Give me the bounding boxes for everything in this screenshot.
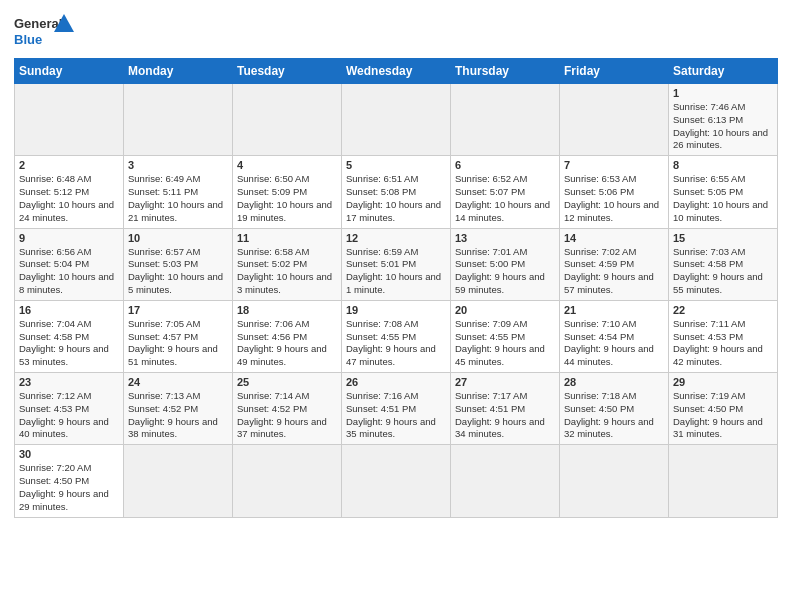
day-info: Sunrise: 6:52 AM Sunset: 5:07 PM Dayligh…: [455, 173, 555, 224]
day-info: Sunrise: 7:19 AM Sunset: 4:50 PM Dayligh…: [673, 390, 773, 441]
day-number: 28: [564, 376, 664, 388]
day-info: Sunrise: 6:55 AM Sunset: 5:05 PM Dayligh…: [673, 173, 773, 224]
calendar-day-header: Saturday: [669, 59, 778, 84]
calendar-week-row: 23Sunrise: 7:12 AM Sunset: 4:53 PM Dayli…: [15, 373, 778, 445]
calendar-day-cell: 16Sunrise: 7:04 AM Sunset: 4:58 PM Dayli…: [15, 300, 124, 372]
calendar-day-header: Wednesday: [342, 59, 451, 84]
day-number: 15: [673, 232, 773, 244]
calendar-day-cell: 12Sunrise: 6:59 AM Sunset: 5:01 PM Dayli…: [342, 228, 451, 300]
day-number: 16: [19, 304, 119, 316]
day-number: 23: [19, 376, 119, 388]
calendar-day-cell: 19Sunrise: 7:08 AM Sunset: 4:55 PM Dayli…: [342, 300, 451, 372]
calendar-day-cell: 1Sunrise: 7:46 AM Sunset: 6:13 PM Daylig…: [669, 84, 778, 156]
day-info: Sunrise: 6:50 AM Sunset: 5:09 PM Dayligh…: [237, 173, 337, 224]
calendar-day-cell: 4Sunrise: 6:50 AM Sunset: 5:09 PM Daylig…: [233, 156, 342, 228]
day-number: 6: [455, 159, 555, 171]
calendar-day-cell: 15Sunrise: 7:03 AM Sunset: 4:58 PM Dayli…: [669, 228, 778, 300]
day-info: Sunrise: 7:14 AM Sunset: 4:52 PM Dayligh…: [237, 390, 337, 441]
day-number: 27: [455, 376, 555, 388]
day-info: Sunrise: 6:49 AM Sunset: 5:11 PM Dayligh…: [128, 173, 228, 224]
calendar-day-cell: 26Sunrise: 7:16 AM Sunset: 4:51 PM Dayli…: [342, 373, 451, 445]
calendar-day-cell: [124, 84, 233, 156]
day-info: Sunrise: 7:05 AM Sunset: 4:57 PM Dayligh…: [128, 318, 228, 369]
day-number: 18: [237, 304, 337, 316]
calendar-day-cell: [451, 445, 560, 517]
calendar-day-cell: 23Sunrise: 7:12 AM Sunset: 4:53 PM Dayli…: [15, 373, 124, 445]
day-number: 3: [128, 159, 228, 171]
day-info: Sunrise: 7:02 AM Sunset: 4:59 PM Dayligh…: [564, 246, 664, 297]
day-info: Sunrise: 7:12 AM Sunset: 4:53 PM Dayligh…: [19, 390, 119, 441]
calendar-day-cell: 14Sunrise: 7:02 AM Sunset: 4:59 PM Dayli…: [560, 228, 669, 300]
svg-text:General: General: [14, 16, 62, 31]
calendar-day-cell: 10Sunrise: 6:57 AM Sunset: 5:03 PM Dayli…: [124, 228, 233, 300]
page-header: General Blue: [14, 10, 778, 50]
calendar-week-row: 16Sunrise: 7:04 AM Sunset: 4:58 PM Dayli…: [15, 300, 778, 372]
calendar-header-row: SundayMondayTuesdayWednesdayThursdayFrid…: [15, 59, 778, 84]
calendar-day-cell: [233, 84, 342, 156]
calendar-day-cell: 27Sunrise: 7:17 AM Sunset: 4:51 PM Dayli…: [451, 373, 560, 445]
calendar-day-cell: 21Sunrise: 7:10 AM Sunset: 4:54 PM Dayli…: [560, 300, 669, 372]
day-number: 10: [128, 232, 228, 244]
calendar-table: SundayMondayTuesdayWednesdayThursdayFrid…: [14, 58, 778, 518]
day-info: Sunrise: 7:06 AM Sunset: 4:56 PM Dayligh…: [237, 318, 337, 369]
day-info: Sunrise: 7:18 AM Sunset: 4:50 PM Dayligh…: [564, 390, 664, 441]
day-number: 22: [673, 304, 773, 316]
calendar-day-cell: 20Sunrise: 7:09 AM Sunset: 4:55 PM Dayli…: [451, 300, 560, 372]
calendar-day-header: Tuesday: [233, 59, 342, 84]
day-number: 8: [673, 159, 773, 171]
day-info: Sunrise: 7:11 AM Sunset: 4:53 PM Dayligh…: [673, 318, 773, 369]
calendar-day-cell: 5Sunrise: 6:51 AM Sunset: 5:08 PM Daylig…: [342, 156, 451, 228]
day-info: Sunrise: 7:09 AM Sunset: 4:55 PM Dayligh…: [455, 318, 555, 369]
day-number: 13: [455, 232, 555, 244]
calendar-day-cell: [233, 445, 342, 517]
day-info: Sunrise: 7:17 AM Sunset: 4:51 PM Dayligh…: [455, 390, 555, 441]
calendar-day-cell: 25Sunrise: 7:14 AM Sunset: 4:52 PM Dayli…: [233, 373, 342, 445]
calendar-day-cell: [560, 445, 669, 517]
calendar-week-row: 30Sunrise: 7:20 AM Sunset: 4:50 PM Dayli…: [15, 445, 778, 517]
calendar-day-cell: [15, 84, 124, 156]
logo-svg: General Blue: [14, 10, 74, 50]
calendar-day-cell: 2Sunrise: 6:48 AM Sunset: 5:12 PM Daylig…: [15, 156, 124, 228]
calendar-day-cell: [124, 445, 233, 517]
day-info: Sunrise: 6:58 AM Sunset: 5:02 PM Dayligh…: [237, 246, 337, 297]
day-number: 5: [346, 159, 446, 171]
day-number: 4: [237, 159, 337, 171]
day-number: 21: [564, 304, 664, 316]
calendar-day-cell: 9Sunrise: 6:56 AM Sunset: 5:04 PM Daylig…: [15, 228, 124, 300]
calendar-day-cell: [342, 445, 451, 517]
day-number: 20: [455, 304, 555, 316]
calendar-week-row: 1Sunrise: 7:46 AM Sunset: 6:13 PM Daylig…: [15, 84, 778, 156]
day-info: Sunrise: 6:53 AM Sunset: 5:06 PM Dayligh…: [564, 173, 664, 224]
day-number: 12: [346, 232, 446, 244]
day-number: 30: [19, 448, 119, 460]
calendar-day-cell: 17Sunrise: 7:05 AM Sunset: 4:57 PM Dayli…: [124, 300, 233, 372]
calendar-day-cell: 8Sunrise: 6:55 AM Sunset: 5:05 PM Daylig…: [669, 156, 778, 228]
calendar-day-header: Thursday: [451, 59, 560, 84]
day-number: 19: [346, 304, 446, 316]
day-info: Sunrise: 7:08 AM Sunset: 4:55 PM Dayligh…: [346, 318, 446, 369]
day-info: Sunrise: 7:20 AM Sunset: 4:50 PM Dayligh…: [19, 462, 119, 513]
day-number: 1: [673, 87, 773, 99]
calendar-day-header: Friday: [560, 59, 669, 84]
day-number: 11: [237, 232, 337, 244]
day-number: 24: [128, 376, 228, 388]
calendar-day-header: Sunday: [15, 59, 124, 84]
calendar-day-cell: [669, 445, 778, 517]
calendar-day-cell: 28Sunrise: 7:18 AM Sunset: 4:50 PM Dayli…: [560, 373, 669, 445]
day-info: Sunrise: 7:04 AM Sunset: 4:58 PM Dayligh…: [19, 318, 119, 369]
svg-text:Blue: Blue: [14, 32, 42, 47]
calendar-day-cell: [451, 84, 560, 156]
day-info: Sunrise: 6:57 AM Sunset: 5:03 PM Dayligh…: [128, 246, 228, 297]
calendar-day-cell: 22Sunrise: 7:11 AM Sunset: 4:53 PM Dayli…: [669, 300, 778, 372]
day-info: Sunrise: 7:10 AM Sunset: 4:54 PM Dayligh…: [564, 318, 664, 369]
calendar-day-cell: 7Sunrise: 6:53 AM Sunset: 5:06 PM Daylig…: [560, 156, 669, 228]
day-number: 17: [128, 304, 228, 316]
day-info: Sunrise: 7:03 AM Sunset: 4:58 PM Dayligh…: [673, 246, 773, 297]
calendar-week-row: 2Sunrise: 6:48 AM Sunset: 5:12 PM Daylig…: [15, 156, 778, 228]
day-number: 2: [19, 159, 119, 171]
calendar-day-header: Monday: [124, 59, 233, 84]
day-info: Sunrise: 7:13 AM Sunset: 4:52 PM Dayligh…: [128, 390, 228, 441]
day-number: 29: [673, 376, 773, 388]
day-info: Sunrise: 7:46 AM Sunset: 6:13 PM Dayligh…: [673, 101, 773, 152]
day-number: 14: [564, 232, 664, 244]
